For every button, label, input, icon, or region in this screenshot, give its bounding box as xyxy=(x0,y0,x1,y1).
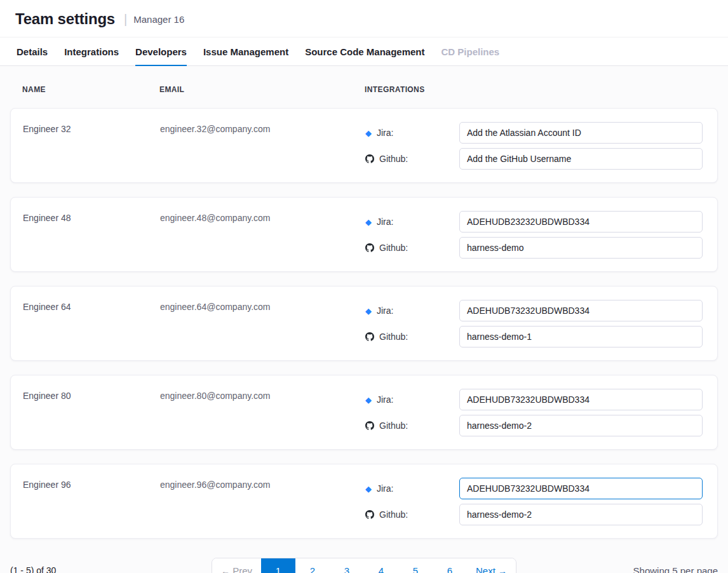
pagination-bar: (1 - 5) of 30 ← Prev 1 2 3 4 5 6 Next → … xyxy=(0,553,728,573)
table-column-headers: NAME EMAIL INTEGRATIONS xyxy=(10,66,718,108)
jira-label: ◆ Jira: xyxy=(365,306,459,316)
jira-icon: ◆ xyxy=(365,129,372,137)
github-label-text: Github: xyxy=(379,421,408,431)
page-button-1[interactable]: 1 xyxy=(261,558,295,573)
developer-card: Engineer 96 engineer.96@company.com ◆ Ji… xyxy=(10,464,718,539)
jira-account-input[interactable] xyxy=(459,211,703,233)
jira-row: ◆ Jira: xyxy=(365,389,703,410)
jira-icon: ◆ xyxy=(365,307,372,315)
tab-integrations[interactable]: Integrations xyxy=(64,37,119,66)
developer-name: Engineer 80 xyxy=(23,375,160,449)
jira-label-text: Jira: xyxy=(377,394,393,405)
jira-label: ◆ Jira: xyxy=(365,394,459,405)
prev-page-button[interactable]: ← Prev xyxy=(212,558,261,573)
column-header-integrations: INTEGRATIONS xyxy=(365,85,703,94)
title-separator: | xyxy=(124,12,127,27)
tab-details[interactable]: Details xyxy=(17,37,48,66)
github-label-text: Github: xyxy=(379,154,408,164)
github-label-text: Github: xyxy=(379,332,408,342)
jira-icon: ◆ xyxy=(365,218,372,226)
github-icon xyxy=(365,154,374,163)
pager: ← Prev 1 2 3 4 5 6 Next → xyxy=(212,558,516,573)
developer-email: engineer.48@company.com xyxy=(160,198,365,271)
integrations-cell: ◆ Jira: Github: xyxy=(365,109,703,182)
jira-row: ◆ Jira: xyxy=(365,211,703,233)
column-header-name: NAME xyxy=(22,85,159,94)
github-row: Github: xyxy=(365,148,703,170)
github-row: Github: xyxy=(365,237,703,259)
developer-name: Engineer 32 xyxy=(23,109,160,182)
github-row: Github: xyxy=(365,326,703,347)
github-username-input[interactable] xyxy=(459,504,703,525)
jira-account-input[interactable] xyxy=(459,300,703,321)
per-page-text: Showing 5 per page xyxy=(516,565,718,573)
github-label: Github: xyxy=(365,243,459,253)
page-button-4[interactable]: 4 xyxy=(364,558,398,573)
github-label-text: Github: xyxy=(379,509,408,520)
github-row: Github: xyxy=(365,504,703,525)
github-icon xyxy=(365,332,374,341)
jira-label-text: Jira: xyxy=(377,306,393,316)
github-username-input[interactable] xyxy=(459,237,703,259)
jira-row: ◆ Jira: xyxy=(365,122,703,144)
developer-email: engineer.96@company.com xyxy=(160,464,365,538)
page-button-5[interactable]: 5 xyxy=(398,558,433,573)
developers-panel: NAME EMAIL INTEGRATIONS Engineer 32 engi… xyxy=(0,66,728,573)
tab-developers[interactable]: Developers xyxy=(135,37,187,66)
jira-icon: ◆ xyxy=(365,396,372,404)
tab-source-code-management[interactable]: Source Code Management xyxy=(305,37,424,66)
jira-account-input[interactable] xyxy=(459,122,703,144)
developer-name: Engineer 96 xyxy=(23,464,160,538)
github-icon xyxy=(365,510,374,519)
next-label: Next xyxy=(476,565,495,573)
github-icon xyxy=(365,421,374,430)
jira-label-text: Jira: xyxy=(377,483,393,494)
developer-email: engineer.64@company.com xyxy=(160,286,365,360)
github-label: Github: xyxy=(365,332,459,342)
next-page-button[interactable]: Next → xyxy=(467,558,516,573)
tab-bar: Details Integrations Developers Issue Ma… xyxy=(0,37,728,66)
github-row: Github: xyxy=(365,415,703,436)
developer-email: engineer.32@company.com xyxy=(160,109,365,182)
developer-card: Engineer 80 engineer.80@company.com ◆ Ji… xyxy=(10,375,718,450)
jira-label: ◆ Jira: xyxy=(365,217,459,227)
integrations-cell: ◆ Jira: Github: xyxy=(365,375,703,449)
developer-name: Engineer 64 xyxy=(23,286,160,360)
github-label: Github: xyxy=(365,509,459,520)
github-label-text: Github: xyxy=(379,243,408,253)
github-icon xyxy=(365,243,374,252)
page-button-3[interactable]: 3 xyxy=(330,558,364,573)
github-username-input[interactable] xyxy=(459,415,703,436)
header: Team settings | Manager 16 xyxy=(0,0,728,37)
jira-label-text: Jira: xyxy=(377,128,393,138)
jira-label-text: Jira: xyxy=(377,217,393,227)
tab-cd-pipelines: CD Pipelines xyxy=(442,37,500,66)
prev-label: Prev xyxy=(233,565,252,573)
team-name: Manager 16 xyxy=(133,14,184,25)
page-title: Team settings xyxy=(15,10,115,28)
github-label: Github: xyxy=(365,421,459,431)
jira-label: ◆ Jira: xyxy=(365,483,459,494)
developer-card: Engineer 64 engineer.64@company.com ◆ Ji… xyxy=(10,286,718,361)
developer-email: engineer.80@company.com xyxy=(160,375,365,449)
page-button-2[interactable]: 2 xyxy=(295,558,330,573)
integrations-cell: ◆ Jira: Github: xyxy=(365,198,703,271)
github-username-input[interactable] xyxy=(459,148,703,170)
jira-row: ◆ Jira: xyxy=(365,300,703,321)
developer-card: Engineer 32 engineer.32@company.com ◆ Ji… xyxy=(10,108,718,183)
jira-account-input[interactable] xyxy=(459,389,703,410)
github-label: Github: xyxy=(365,154,459,164)
pagination-range: (1 - 5) of 30 xyxy=(10,565,212,573)
developer-card: Engineer 48 engineer.48@company.com ◆ Ji… xyxy=(10,197,718,272)
developer-name: Engineer 48 xyxy=(23,198,160,271)
integrations-cell: ◆ Jira: Github: xyxy=(365,286,703,360)
jira-row: ◆ Jira: xyxy=(365,478,703,499)
github-username-input[interactable] xyxy=(459,326,703,347)
jira-account-input[interactable] xyxy=(459,478,703,499)
jira-icon: ◆ xyxy=(365,485,372,493)
integrations-cell: ◆ Jira: Github: xyxy=(365,464,703,538)
tab-issue-management[interactable]: Issue Management xyxy=(203,37,288,66)
right-arrow-icon: → xyxy=(498,566,507,573)
page-button-6[interactable]: 6 xyxy=(433,558,467,573)
jira-label: ◆ Jira: xyxy=(365,128,459,138)
